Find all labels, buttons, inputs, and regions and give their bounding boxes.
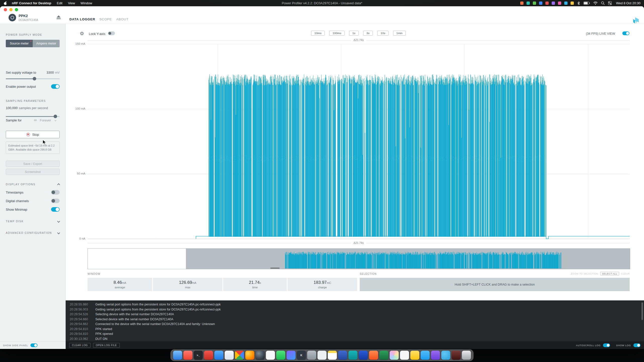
screenshot-button[interactable]: Screenshot: [6, 169, 60, 175]
log-scrollbar[interactable]: [641, 302, 643, 320]
show-side-panel-toggle[interactable]: [30, 343, 37, 347]
dock-icon[interactable]: [431, 351, 440, 360]
tab-data-logger[interactable]: DATA LOGGER: [69, 17, 95, 21]
open-log-file-button[interactable]: OPEN LOG FILE: [93, 343, 120, 348]
device-name[interactable]: PPK2: [19, 14, 28, 18]
sample-rate-slider-handle[interactable]: [54, 115, 57, 118]
dock-icon[interactable]: K: [297, 351, 306, 360]
clear-selection-button[interactable]: CLEAR: [621, 272, 630, 275]
dock-icon[interactable]: [287, 351, 296, 360]
time-window-button[interactable]: 1min: [393, 31, 406, 36]
log-entry: 20:29:54.810PPK started: [66, 327, 644, 332]
menubar-app-icon[interactable]: [545, 2, 549, 5]
menubar-app-icon[interactable]: [533, 2, 536, 5]
dock-icon[interactable]: [266, 351, 275, 360]
dock-icon[interactable]: [256, 351, 265, 360]
main-chart-canvas[interactable]: [88, 41, 630, 241]
menubar-app-icon[interactable]: [571, 2, 574, 5]
stop-button[interactable]: Stop: [6, 131, 60, 138]
tab-about[interactable]: ABOUT: [116, 17, 129, 21]
device-icon[interactable]: [9, 14, 16, 21]
menu-window[interactable]: Window: [80, 1, 92, 5]
dock-icon[interactable]: [462, 351, 471, 360]
menubar-app-icon[interactable]: [558, 2, 561, 5]
source-meter-button[interactable]: Source meter *: [6, 40, 33, 47]
tab-scope[interactable]: SCOPE: [99, 17, 112, 21]
apple-menu-icon[interactable]: [4, 1, 7, 5]
lock-y-axis-toggle[interactable]: [108, 31, 115, 35]
bluetooth-icon[interactable]: [577, 1, 580, 5]
digital-channels-toggle[interactable]: [51, 199, 60, 203]
dock-icon[interactable]: [338, 351, 347, 360]
timestamps-toggle[interactable]: [51, 190, 60, 195]
supply-voltage-slider-handle[interactable]: [33, 77, 36, 80]
menubar-app-icon[interactable]: [539, 2, 542, 5]
advanced-configuration-header[interactable]: ADVANCED CONFIGURATION: [6, 231, 60, 234]
zoom-window-button[interactable]: [15, 8, 18, 11]
wifi-icon[interactable]: [593, 2, 598, 5]
temp-disk-header[interactable]: TEMP DISK: [6, 220, 60, 223]
dock-icon[interactable]: [317, 351, 327, 360]
menubar-app-icon[interactable]: [564, 2, 568, 5]
app-menu[interactable]: nRF Connect for Desktop: [12, 1, 51, 5]
dock-icon[interactable]: [421, 351, 430, 360]
control-center-icon[interactable]: [608, 1, 612, 5]
dock-icon[interactable]: [410, 351, 419, 360]
eject-device-icon[interactable]: [56, 15, 61, 20]
time-window-button[interactable]: 100ms: [329, 31, 345, 36]
dock-icon[interactable]: [173, 351, 182, 360]
menubar-clock[interactable]: Wed 8 Oct 20:30: [616, 1, 640, 5]
dock-icon[interactable]: [348, 351, 357, 360]
supply-voltage-value[interactable]: 3300: [47, 71, 54, 74]
dock-icon[interactable]: [452, 351, 461, 360]
time-window-button[interactable]: 10s: [377, 31, 389, 36]
save-export-button[interactable]: Save / Export: [6, 161, 60, 167]
dock-icon[interactable]: [214, 351, 223, 360]
menu-view[interactable]: View: [68, 1, 75, 5]
dock-icon[interactable]: [328, 351, 337, 360]
sample-duration-dropdown[interactable]: Forever: [40, 118, 51, 122]
menubar-app-icon[interactable]: [527, 2, 530, 5]
dock-icon[interactable]: [183, 351, 192, 360]
minimize-window-button[interactable]: [9, 8, 13, 11]
dock-icon[interactable]: [276, 351, 285, 360]
time-window-button[interactable]: 10ms: [311, 31, 325, 36]
menu-edit[interactable]: Edit: [57, 1, 62, 5]
dock-icon[interactable]: [245, 351, 254, 360]
selection-hint-box[interactable]: Hold SHIFT+LEFT CLICK and DRAG to make a…: [360, 278, 630, 291]
y-tick-0na: 0 nA: [68, 237, 85, 240]
autoscroll-log-toggle[interactable]: [603, 343, 610, 347]
display-options-header[interactable]: DISPLAY OPTIONS: [6, 183, 60, 186]
live-view-toggle[interactable]: [622, 31, 629, 35]
dock-icon[interactable]: >_: [194, 351, 203, 360]
dock-icon[interactable]: [379, 351, 388, 360]
enable-power-output-toggle[interactable]: [51, 84, 60, 89]
dock-icon[interactable]: [441, 351, 450, 360]
time-window-button[interactable]: 3s: [363, 31, 373, 36]
time-window-button[interactable]: 1s: [349, 31, 358, 36]
supply-voltage-slider[interactable]: [6, 77, 60, 80]
dock-icon[interactable]: [400, 351, 409, 360]
sample-rate-slider[interactable]: [6, 115, 60, 118]
dock-icon[interactable]: [390, 351, 399, 360]
zoom-to-selection-button[interactable]: ZOOM TO SELECTION: [571, 272, 598, 275]
dock-icon[interactable]: [225, 351, 234, 360]
dock-icon[interactable]: [307, 351, 316, 360]
window-delta-label-bottom: Δ21.74s: [351, 241, 366, 244]
minimap-canvas[interactable]: [88, 248, 630, 269]
dock-icon[interactable]: [235, 351, 244, 360]
show-log-toggle[interactable]: [633, 343, 640, 347]
select-all-button[interactable]: SELECT ALL: [600, 272, 619, 276]
clear-log-button[interactable]: CLEAR LOG: [69, 343, 91, 348]
chart-settings-gear-icon[interactable]: ⚙: [80, 31, 84, 36]
dock-icon[interactable]: [359, 351, 368, 360]
dock-icon[interactable]: [369, 351, 378, 360]
spotlight-icon[interactable]: [601, 1, 605, 5]
menubar-app-icon[interactable]: [520, 2, 524, 5]
battery-icon[interactable]: [583, 2, 590, 5]
show-minimap-toggle[interactable]: [51, 207, 60, 212]
menubar-app-icon[interactable]: [552, 2, 555, 5]
ampere-meter-button[interactable]: Ampere meter: [33, 40, 60, 47]
close-window-button[interactable]: [4, 8, 7, 11]
dock-icon[interactable]: [204, 351, 213, 360]
